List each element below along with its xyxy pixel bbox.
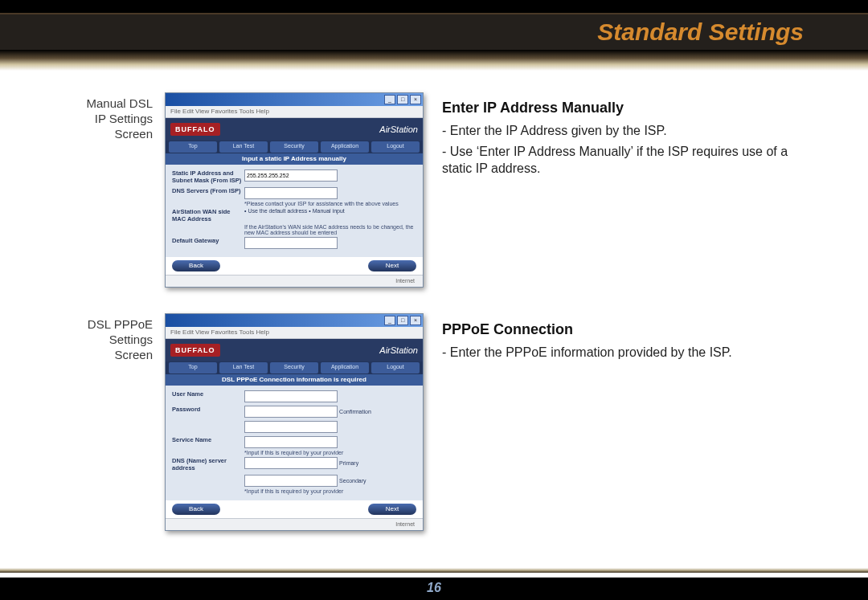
password-confirm-input <box>244 421 338 433</box>
back-button: Back <box>172 504 220 515</box>
brand-logo: BUFFALO <box>170 123 220 136</box>
section-heading: PPPoE Connection <box>442 320 812 339</box>
window-titlebar: _ □ × <box>166 314 423 327</box>
nav-tabs: Top Lan Test Security Application Logout <box>166 141 423 153</box>
window-max-icon: □ <box>397 316 408 325</box>
section-text: - Enter the PPPoE information provided b… <box>442 344 812 361</box>
product-name: AirStation <box>379 124 418 134</box>
manual-page: Standard Settings Manual DSL IP Settings… <box>0 0 868 600</box>
window-min-icon: _ <box>384 316 395 325</box>
password-input <box>244 406 338 418</box>
window-titlebar: _ □ × <box>166 93 423 106</box>
screenshot-manual-dsl-ip: _ □ × File Edit View Favorites Tools Hel… <box>165 92 424 288</box>
nav-tab: Application <box>321 141 369 153</box>
nav-tab: Logout <box>371 141 420 153</box>
username-input <box>244 390 338 402</box>
ip-subnet-input <box>244 169 338 182</box>
section-text: - Use ‘Enter IP Address Manually’ if the… <box>442 143 812 178</box>
brand-bar: BUFFALO AirStation <box>166 339 423 361</box>
nav-tab: Top <box>169 141 217 153</box>
wizard-nav: Back Next <box>166 500 423 518</box>
nav-tab: Application <box>321 362 369 373</box>
nav-tab: Security <box>270 141 318 153</box>
form-header: DSL PPPoE Connection information is requ… <box>166 374 423 386</box>
browser-menubar: File Edit View Favorites Tools Help <box>166 327 423 339</box>
header-gradient <box>0 50 868 71</box>
nav-tabs: Top Lan Test Security Application Logout <box>166 361 423 374</box>
section-enter-ip: Enter IP Address Manually - Enter the IP… <box>442 98 812 181</box>
window-close-icon: × <box>410 316 421 325</box>
product-name: AirStation <box>379 345 418 355</box>
window-close-icon: × <box>410 95 421 104</box>
brand-bar: BUFFALO AirStation <box>166 118 423 141</box>
screenshot-dsl-pppoe: _ □ × File Edit View Favorites Tools Hel… <box>165 313 424 531</box>
back-button: Back <box>172 260 220 271</box>
caption-dsl-pppoe: DSL PPPoE Settings Screen <box>56 317 153 362</box>
nav-tab: Security <box>270 362 318 373</box>
nav-tab: Top <box>169 362 217 373</box>
window-min-icon: _ <box>384 95 395 104</box>
service-name-input <box>244 436 338 448</box>
browser-statusbar: Internet <box>166 275 423 287</box>
nav-tab: Logout <box>371 362 420 373</box>
footer-divider <box>0 568 868 573</box>
page-number: 16 <box>0 581 868 595</box>
header-black-strip <box>0 0 868 13</box>
form-body: Static IP Address and Subnet Mask (From … <box>166 165 423 257</box>
caption-manual-dsl: Manual DSL IP Settings Screen <box>56 96 153 141</box>
dns-input <box>244 187 338 199</box>
section-pppoe: PPPoE Connection - Enter the PPPoE infor… <box>442 320 812 365</box>
section-heading: Enter IP Address Manually <box>442 98 812 117</box>
page-title: Standard Settings <box>597 18 804 45</box>
form-header: Input a static IP Address manually <box>166 153 423 165</box>
section-text: - Enter the IP Address given by the ISP. <box>442 122 812 140</box>
next-button: Next <box>368 504 416 515</box>
window-max-icon: □ <box>397 95 408 104</box>
page-title-bar: Standard Settings <box>0 14 868 50</box>
browser-statusbar: Internet <box>166 518 423 530</box>
nav-tab: Lan Test <box>219 362 268 373</box>
wizard-nav: Back Next <box>166 257 423 275</box>
gateway-input <box>244 237 338 249</box>
dns-secondary-input <box>244 475 338 487</box>
nav-tab: Lan Test <box>219 141 268 153</box>
brand-logo: BUFFALO <box>170 344 220 357</box>
dns-primary-input <box>244 457 338 469</box>
browser-menubar: File Edit View Favorites Tools Help <box>166 106 423 118</box>
form-body: User Name Password Confirmation Service … <box>166 386 423 500</box>
next-button: Next <box>368 260 416 271</box>
